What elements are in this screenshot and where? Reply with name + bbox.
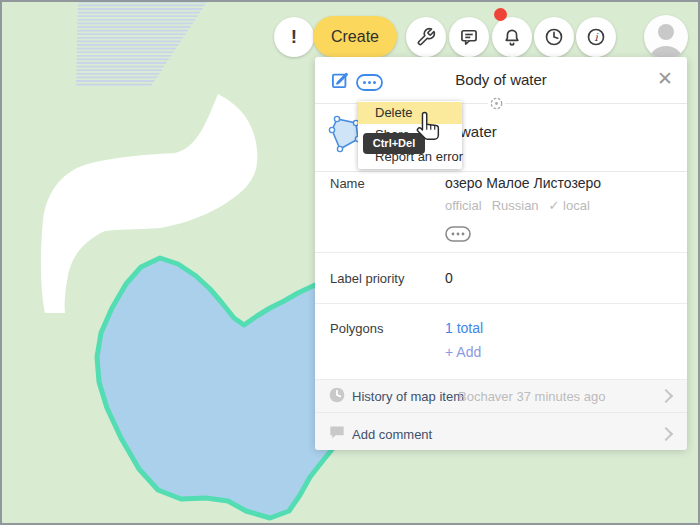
chat-icon [459, 27, 479, 47]
chevron-right-icon [659, 427, 673, 441]
more-menu-button[interactable] [356, 74, 383, 91]
avatar[interactable] [644, 15, 688, 59]
label-priority-label: Label priority [330, 271, 404, 286]
info-button[interactable]: i [576, 17, 616, 57]
name-attributes: officialRussian✓ local [445, 198, 600, 213]
name-label: Name [330, 176, 365, 191]
name-more-button[interactable] [445, 226, 471, 246]
history-row[interactable]: History of map item Bochaver 37 minutes … [315, 380, 687, 412]
label-priority-value[interactable]: 0 [445, 270, 453, 286]
panel-footer: History of map item Bochaver 37 minutes … [315, 379, 687, 450]
notifications-button[interactable] [492, 17, 532, 57]
add-comment-row[interactable]: Add comment [315, 412, 687, 451]
history-meta: Bochaver 37 minutes ago [458, 389, 605, 404]
divider [315, 303, 687, 304]
tools-button[interactable] [406, 17, 446, 57]
attr-local[interactable]: ✓ local [549, 198, 590, 213]
menu-item-delete[interactable]: Delete [358, 102, 462, 124]
create-button-label: Create [331, 28, 379, 46]
wrench-icon [416, 27, 436, 47]
polygons-add-link[interactable]: + Add [445, 344, 481, 360]
chevron-right-icon [659, 389, 673, 403]
attr-language[interactable]: Russian [492, 198, 539, 213]
edit-button[interactable] [330, 70, 350, 90]
name-value[interactable]: озеро Малое Листозеро [445, 175, 601, 191]
svg-text:i: i [594, 31, 599, 44]
notification-dot [494, 8, 507, 21]
history-clock-icon [329, 387, 345, 403]
shortcut-tooltip: Ctrl+Del [363, 133, 425, 154]
bell-icon [502, 27, 522, 47]
history-button[interactable] [534, 17, 574, 57]
close-icon[interactable]: ✕ [655, 69, 675, 89]
polygons-label: Polygons [330, 321, 383, 336]
attr-official[interactable]: official [445, 198, 482, 213]
polygons-total-link[interactable]: 1 total [445, 320, 483, 336]
create-button[interactable]: Create [313, 16, 397, 57]
history-label: History of map item [352, 389, 464, 404]
name-ellipsis-icon [445, 226, 471, 242]
comment-icon [329, 425, 345, 440]
add-comment-label: Add comment [352, 427, 432, 442]
user-silhouette-icon [644, 15, 688, 59]
info-icon: i [586, 27, 606, 47]
notice-button[interactable]: ! [274, 17, 314, 57]
exclamation-icon: ! [291, 26, 297, 48]
ellipsis-icon [356, 74, 383, 91]
edit-icon [330, 70, 350, 90]
clock-icon [544, 27, 564, 47]
divider [315, 252, 687, 253]
messages-button[interactable] [449, 17, 489, 57]
